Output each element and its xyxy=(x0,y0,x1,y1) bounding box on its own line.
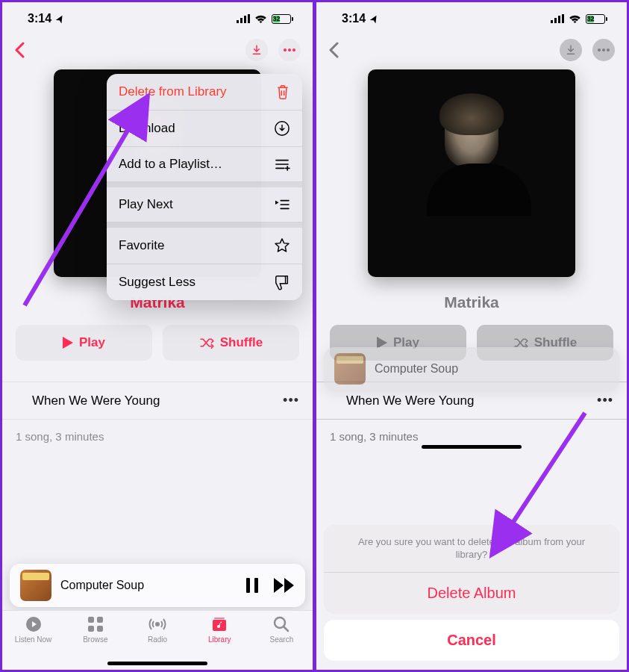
back-button[interactable] xyxy=(14,40,28,60)
menu-download[interactable]: Download xyxy=(107,111,302,147)
mini-player-title: Computer Soup xyxy=(60,579,237,592)
menu-play-next[interactable]: Play Next xyxy=(107,187,302,223)
trash-icon xyxy=(275,84,290,100)
album-meta: 1 song, 3 minutes xyxy=(2,420,313,453)
svg-rect-7 xyxy=(246,578,250,593)
battery-indicator: 32 xyxy=(272,14,293,24)
svg-rect-2 xyxy=(244,16,246,23)
play-label: Play xyxy=(79,335,105,350)
track-more-icon[interactable]: ••• xyxy=(283,393,299,408)
svg-rect-11 xyxy=(97,617,103,623)
star-icon xyxy=(274,237,290,254)
queue-next-icon xyxy=(274,198,290,211)
tab-listen-now[interactable]: Listen Now xyxy=(2,615,64,670)
svg-rect-12 xyxy=(88,626,94,632)
cellular-icon xyxy=(237,14,250,23)
sheet-delete-album[interactable]: Delete Album xyxy=(324,573,619,614)
svg-point-6 xyxy=(292,49,295,52)
download-button[interactable] xyxy=(245,39,268,61)
track-row[interactable]: When We Were Young ••• xyxy=(2,382,313,420)
svg-rect-13 xyxy=(97,626,103,632)
shuffle-button[interactable]: Shuffle xyxy=(163,325,299,361)
svg-point-4 xyxy=(284,49,287,52)
phone-left: 3:14 32 xyxy=(2,2,313,670)
svg-rect-8 xyxy=(254,578,258,593)
phone-right: 3:14 32 xyxy=(316,2,627,670)
thumbs-down-icon xyxy=(274,274,290,290)
home-indicator[interactable] xyxy=(107,662,207,665)
menu-separator xyxy=(107,182,302,187)
action-sheet: Are you sure you want to delete this alb… xyxy=(324,525,619,661)
mini-player-artwork xyxy=(20,570,51,601)
tab-bar: Listen Now Browse Radio Library Search xyxy=(2,610,313,670)
menu-delete-from-library[interactable]: Delete from Library xyxy=(107,74,302,111)
play-button[interactable]: Play xyxy=(16,325,152,361)
svg-rect-3 xyxy=(248,14,250,23)
svg-rect-16 xyxy=(214,617,225,619)
track-title: When We Were Young xyxy=(32,393,160,408)
download-circle-icon xyxy=(274,120,290,137)
wifi-icon xyxy=(254,14,267,23)
menu-favorite[interactable]: Favorite xyxy=(107,228,302,264)
more-button[interactable] xyxy=(278,39,301,61)
status-bar: 3:14 32 xyxy=(2,2,313,35)
playlist-add-icon xyxy=(274,158,290,171)
menu-add-to-playlist[interactable]: Add to a Playlist… xyxy=(107,147,302,182)
sheet-cancel[interactable]: Cancel xyxy=(324,620,619,661)
shuffle-label: Shuffle xyxy=(220,335,263,350)
svg-rect-0 xyxy=(237,20,239,23)
context-menu: Delete from Library Download Add to a Pl… xyxy=(107,74,302,300)
svg-rect-1 xyxy=(240,18,242,23)
mini-player[interactable]: Computer Soup xyxy=(10,564,305,607)
sheet-message: Are you sure you want to delete this alb… xyxy=(324,525,619,573)
menu-separator xyxy=(107,223,302,228)
location-icon xyxy=(56,14,65,23)
menu-suggest-less[interactable]: Suggest Less xyxy=(107,264,302,300)
forward-icon[interactable] xyxy=(274,578,295,593)
nav-bar xyxy=(2,35,313,65)
svg-rect-10 xyxy=(88,617,94,623)
tab-search[interactable]: Search xyxy=(251,615,313,670)
svg-point-5 xyxy=(288,49,291,52)
svg-point-14 xyxy=(156,623,159,626)
pause-icon[interactable] xyxy=(245,578,259,593)
status-time: 3:14 xyxy=(28,12,51,25)
